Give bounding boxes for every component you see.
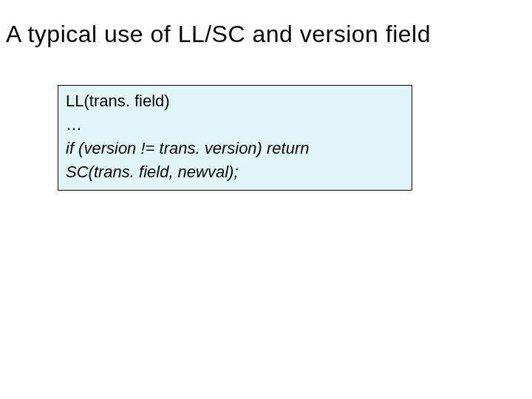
code-box: LL(trans. field) … if (version != trans.… (58, 85, 412, 191)
code-line-2: … (66, 113, 404, 137)
code-line-4: SC(trans. field, newval); (66, 160, 404, 184)
slide-title: A typical use of LL/SC and version field (0, 0, 532, 48)
code-line-1: LL(trans. field) (66, 89, 404, 113)
code-line-3: if (version != trans. version) return (66, 137, 404, 160)
